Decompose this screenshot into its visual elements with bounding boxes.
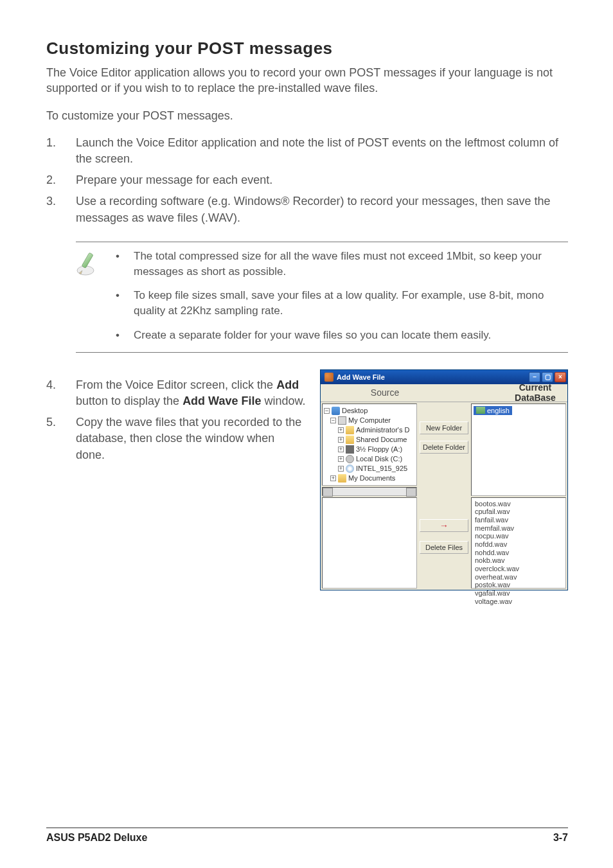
tree-mycomputer[interactable]: −My Computer: [324, 416, 415, 425]
db-file-item[interactable]: vgafail.wav: [475, 589, 562, 598]
folder-icon: [338, 474, 346, 483]
steps-lower-list: 4. From the Voice Editor screen, click t…: [46, 377, 306, 463]
tree-label: My Computer: [348, 416, 391, 424]
tree-label: 3½ Floppy (A:): [356, 445, 402, 453]
add-arrow-button[interactable]: →: [420, 519, 468, 532]
note-text: Create a separate folder for your wave f…: [134, 328, 491, 343]
tree-floppy[interactable]: +3½ Floppy (A:): [324, 445, 415, 454]
step-5: 5. Copy the wave files that you recorded…: [46, 414, 306, 463]
note-pencil-icon: [76, 249, 104, 346]
maximize-button[interactable]: ▢: [542, 372, 553, 382]
page-footer: ASUS P5AD2 Deluxe 3-7: [46, 828, 568, 844]
database-files-list[interactable]: bootos.wav cpufail.wav fanfail.wav memfa…: [471, 497, 566, 589]
cd-icon: [346, 465, 354, 473]
computer-icon: [338, 416, 346, 425]
db-file-item[interactable]: bootos.wav: [475, 500, 562, 508]
note-bullet-2: •To keep file sizes small, save your fil…: [116, 288, 568, 319]
step-text: Use a recording software (e.g. Windows® …: [76, 193, 568, 226]
step-2: 2. Prepare your message for each event.: [46, 172, 568, 188]
tree-label: Desktop: [342, 407, 368, 414]
minimize-button[interactable]: –: [529, 372, 540, 382]
db-file-item[interactable]: nocpu.wav: [475, 532, 562, 540]
database-panel[interactable]: english: [471, 403, 566, 496]
tree-localdisk[interactable]: +Local Disk (C:): [324, 454, 415, 464]
window-title: Add Wave File: [337, 373, 385, 381]
folder-open-icon: [476, 407, 485, 414]
note-text: The total compressed size for all the wa…: [134, 249, 568, 279]
tree-label: Administrator's D: [356, 426, 409, 434]
tree-intel[interactable]: +INTEL_915_925: [324, 464, 415, 474]
svg-rect-1: [82, 252, 93, 268]
note-text: To keep file sizes small, save your file…: [134, 288, 568, 319]
db-file-item[interactable]: voltage.wav: [475, 598, 562, 606]
language-folder-selected[interactable]: english: [474, 406, 512, 415]
note-bullet-1: •The total compressed size for all the w…: [116, 249, 568, 279]
floppy-icon: [346, 445, 354, 454]
delete-files-button[interactable]: Delete Files: [420, 541, 468, 554]
expand-icon[interactable]: +: [338, 447, 344, 452]
language-label: english: [487, 407, 510, 414]
tree-shared[interactable]: +Shared Docume: [324, 435, 415, 445]
db-file-item[interactable]: postok.wav: [475, 581, 562, 589]
footer-right: 3-7: [553, 832, 568, 844]
db-file-item[interactable]: overclock.wav: [475, 565, 562, 573]
step-text: From the Voice Editor screen, click the …: [76, 377, 306, 409]
tree-label: Shared Docume: [356, 436, 407, 443]
expand-icon[interactable]: +: [338, 456, 344, 462]
step4-bold1: Add: [276, 378, 299, 391]
expand-icon[interactable]: +: [338, 437, 344, 443]
note-bullet-3: •Create a separate folder for your wave …: [116, 328, 568, 343]
note-bullets: •The total compressed size for all the w…: [116, 249, 568, 346]
db-file-item[interactable]: nokb.wav: [475, 556, 562, 565]
intro-paragraph-2: To customize your POST messages.: [46, 108, 568, 123]
collapse-icon[interactable]: −: [324, 408, 330, 414]
step-number: 1.: [46, 135, 76, 167]
source-files-panel[interactable]: [322, 497, 417, 589]
folder-tree[interactable]: −Desktop −My Computer +Administrator's D…: [322, 403, 417, 486]
window-titlebar[interactable]: Add Wave File – ▢ ×: [321, 370, 567, 384]
db-file-item[interactable]: cpufail.wav: [475, 508, 562, 516]
delete-folder-button[interactable]: Delete Folder: [420, 441, 468, 454]
tree-desktop[interactable]: −Desktop: [324, 406, 415, 416]
app-icon: [324, 373, 333, 382]
tree-mydocs[interactable]: +My Documents: [324, 474, 415, 483]
source-header: Source: [321, 387, 449, 398]
collapse-icon[interactable]: −: [330, 418, 336, 423]
bullet-icon: •: [116, 249, 134, 279]
step-number: 3.: [46, 193, 76, 226]
expand-icon[interactable]: +: [338, 427, 344, 433]
disk-icon: [346, 455, 354, 463]
bullet-icon: •: [116, 328, 134, 343]
desktop-icon: [332, 407, 340, 415]
db-file-item[interactable]: fanfail.wav: [475, 516, 562, 524]
expand-icon[interactable]: +: [338, 466, 344, 472]
expand-icon[interactable]: +: [330, 475, 336, 481]
step-1: 1. Launch the Voice Editor application a…: [46, 135, 568, 167]
step-number: 2.: [46, 172, 76, 188]
step4-bold2: Add Wave File: [182, 394, 261, 407]
folder-icon: [346, 426, 354, 434]
add-wave-file-window: Add Wave File – ▢ × Source Current DataB…: [320, 369, 568, 590]
step-text: Launch the Voice Editor application and …: [76, 135, 568, 167]
step4-suffix: window.: [261, 394, 305, 407]
tree-label: INTEL_915_925: [356, 465, 407, 472]
step-text: Copy the wave files that you recorded to…: [76, 414, 306, 463]
db-file-item[interactable]: memfail.wav: [475, 524, 562, 533]
step-number: 5.: [46, 414, 76, 463]
horizontal-scrollbar[interactable]: [322, 487, 417, 496]
tree-admin[interactable]: +Administrator's D: [324, 425, 415, 435]
db-file-item[interactable]: nofdd.wav: [475, 540, 562, 549]
step-3: 3. Use a recording software (e.g. Window…: [46, 193, 568, 226]
tree-label: Local Disk (C:): [356, 455, 402, 463]
step4-prefix: From the Voice Editor screen, click the: [76, 378, 276, 391]
footer-left: ASUS P5AD2 Deluxe: [46, 832, 147, 844]
intro-paragraph: The Voice Editor application allows you …: [46, 65, 568, 96]
note-block: •The total compressed size for all the w…: [76, 242, 568, 353]
bullet-icon: •: [116, 288, 134, 319]
step4-mid: button to display the: [76, 394, 182, 407]
folder-icon: [346, 436, 354, 444]
close-button[interactable]: ×: [555, 372, 566, 382]
db-file-item[interactable]: nohdd.wav: [475, 549, 562, 557]
new-folder-button[interactable]: New Folder: [420, 421, 468, 434]
db-file-item[interactable]: overheat.wav: [475, 573, 562, 581]
